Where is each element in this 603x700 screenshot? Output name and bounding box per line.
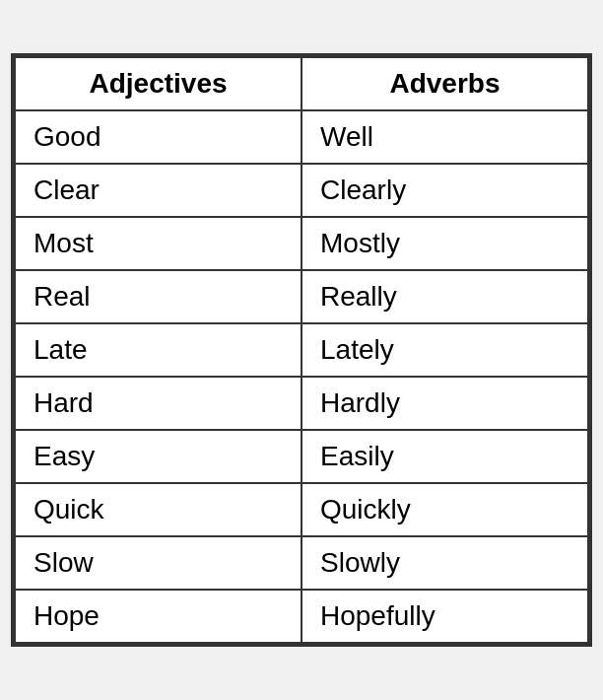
adjective-cell: Hope [15,590,302,643]
table-wrapper: Adjectives Adverbs GoodWellClearClearlyM… [11,53,592,647]
adverb-cell: Slowly [302,536,588,590]
table-row: QuickQuickly [15,483,588,536]
table-row: LateLately [15,323,588,377]
adverb-cell: Mostly [302,217,588,270]
table-row: ClearClearly [15,164,588,217]
table-row: HopeHopefully [15,590,588,643]
adjectives-adverbs-table: Adjectives Adverbs GoodWellClearClearlyM… [14,56,589,644]
table-row: EasyEasily [15,430,588,483]
adjective-cell: Good [15,110,302,164]
table-row: SlowSlowly [15,536,588,590]
table-row: MostMostly [15,217,588,270]
adjective-cell: Slow [15,536,302,590]
header-row: Adjectives Adverbs [15,57,588,110]
adverb-cell: Clearly [302,164,588,217]
adjective-cell: Quick [15,483,302,536]
adverb-cell: Quickly [302,483,588,536]
table-row: HardHardly [15,377,588,430]
adjective-cell: Clear [15,164,302,217]
header-adverbs: Adverbs [302,57,588,110]
adverb-cell: Hopefully [302,590,588,643]
adverb-cell: Well [302,110,588,164]
adjective-cell: Most [15,217,302,270]
adverb-cell: Easily [302,430,588,483]
table-row: RealReally [15,270,588,323]
table-row: GoodWell [15,110,588,164]
adjective-cell: Real [15,270,302,323]
adverb-cell: Lately [302,323,588,377]
adjective-cell: Hard [15,377,302,430]
header-adjectives: Adjectives [15,57,302,110]
adverb-cell: Hardly [302,377,588,430]
adverb-cell: Really [302,270,588,323]
adjective-cell: Late [15,323,302,377]
adjective-cell: Easy [15,430,302,483]
